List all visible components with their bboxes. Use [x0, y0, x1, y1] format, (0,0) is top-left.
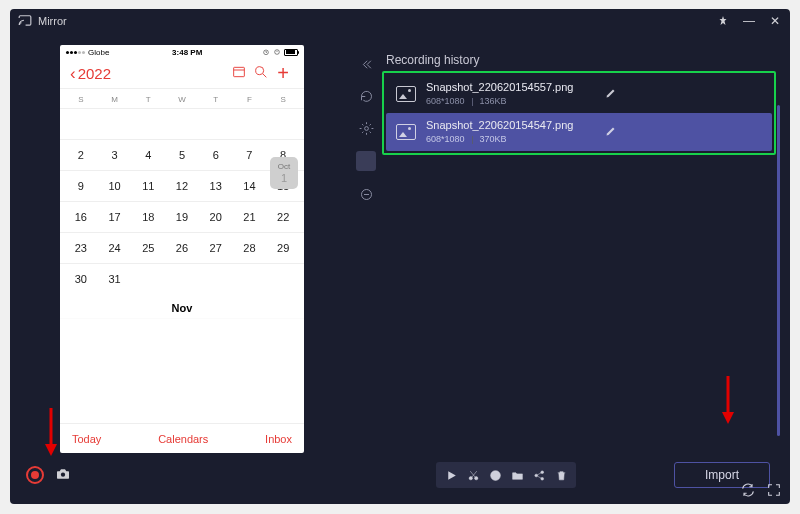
calendar-footer: Today Calendars Inbox: [60, 423, 304, 453]
annotation-arrow: [720, 376, 736, 431]
back-year-button[interactable]: ‹2022: [70, 65, 111, 82]
rotate-button[interactable]: [740, 482, 756, 498]
battery-icon: [284, 49, 298, 56]
mirror-panel: Globe 3:48 PM ‹2022 +: [14, 37, 350, 500]
folder-button[interactable]: [508, 466, 526, 484]
file-item[interactable]: Snapshot_220620154547.png 608*1080370KB: [386, 113, 772, 151]
annotation-arrow: [43, 408, 59, 463]
month-badge: Oct1: [270, 157, 298, 189]
app-window: Mirror — ✕ Globe 3:48 PM: [10, 9, 790, 504]
settings-button[interactable]: [357, 119, 375, 137]
calendar-grid[interactable]: Oct1: [60, 108, 304, 139]
image-icon: [396, 86, 416, 102]
signal-icon: [66, 51, 85, 54]
svg-point-11: [534, 474, 537, 477]
action-icons: [436, 462, 576, 488]
play-button[interactable]: [442, 466, 460, 484]
close-button[interactable]: ✕: [768, 14, 782, 28]
rename-icon[interactable]: [605, 125, 617, 140]
app-corner-controls: [740, 482, 782, 498]
today-button[interactable]: Today: [72, 433, 101, 445]
remove-button[interactable]: [357, 185, 375, 203]
record-button[interactable]: [26, 466, 44, 484]
fullscreen-button[interactable]: [766, 482, 782, 498]
svg-point-4: [256, 67, 264, 75]
file-meta: 608*1080136KB: [426, 96, 573, 107]
minimize-button[interactable]: —: [742, 14, 756, 28]
image-icon: [396, 124, 416, 140]
carrier-label: Globe: [88, 48, 109, 57]
ios-statusbar: Globe 3:48 PM: [60, 45, 304, 59]
add-event-button[interactable]: +: [272, 62, 294, 85]
delete-button[interactable]: [552, 466, 570, 484]
inbox-button[interactable]: Inbox: [265, 433, 292, 445]
orientation-lock-icon: [273, 48, 281, 56]
cast-icon: [18, 14, 32, 28]
search-button[interactable]: [250, 64, 272, 83]
app-title: Mirror: [38, 15, 67, 27]
main-area: Globe 3:48 PM ‹2022 +: [10, 33, 790, 504]
next-month-label: Nov: [60, 294, 304, 318]
file-name: Snapshot_220620154547.png: [426, 119, 573, 132]
file-item[interactable]: Snapshot_220620154557.png 608*1080136KB: [386, 75, 772, 113]
panel-tabs: [350, 41, 382, 496]
titlebar: Mirror — ✕: [10, 9, 790, 33]
action-bar: Import: [436, 462, 770, 488]
rename-icon[interactable]: [605, 87, 617, 102]
info-button[interactable]: [486, 466, 504, 484]
svg-point-0: [19, 24, 20, 25]
svg-point-13: [540, 477, 543, 480]
list-view-button[interactable]: [228, 64, 250, 83]
history-tab[interactable]: [356, 151, 376, 171]
file-name: Snapshot_220620154557.png: [426, 81, 573, 94]
calendar-header: ‹2022 +: [60, 59, 304, 89]
svg-point-6: [364, 126, 368, 130]
pin-button[interactable]: [716, 14, 730, 28]
file-list-highlight: Snapshot_220620154557.png 608*1080136KB …: [382, 71, 776, 155]
panel-title: Recording history: [382, 41, 780, 71]
collapse-panel-button[interactable]: [357, 55, 375, 73]
svg-rect-3: [234, 67, 245, 76]
snapshot-button[interactable]: [54, 466, 72, 485]
capture-controls: [14, 459, 350, 491]
calendars-button[interactable]: Calendars: [101, 433, 265, 445]
weekday-row: S M T W T F S: [60, 89, 304, 108]
clock: 3:48 PM: [112, 48, 262, 57]
svg-point-12: [540, 470, 543, 473]
alarm-icon: [262, 48, 270, 56]
share-button[interactable]: [530, 466, 548, 484]
cut-button[interactable]: [464, 466, 482, 484]
file-meta: 608*1080370KB: [426, 134, 573, 145]
phone-screen: Globe 3:48 PM ‹2022 +: [60, 45, 304, 453]
refresh-button[interactable]: [357, 87, 375, 105]
svg-point-5: [61, 472, 65, 476]
scrollbar[interactable]: [777, 105, 780, 436]
